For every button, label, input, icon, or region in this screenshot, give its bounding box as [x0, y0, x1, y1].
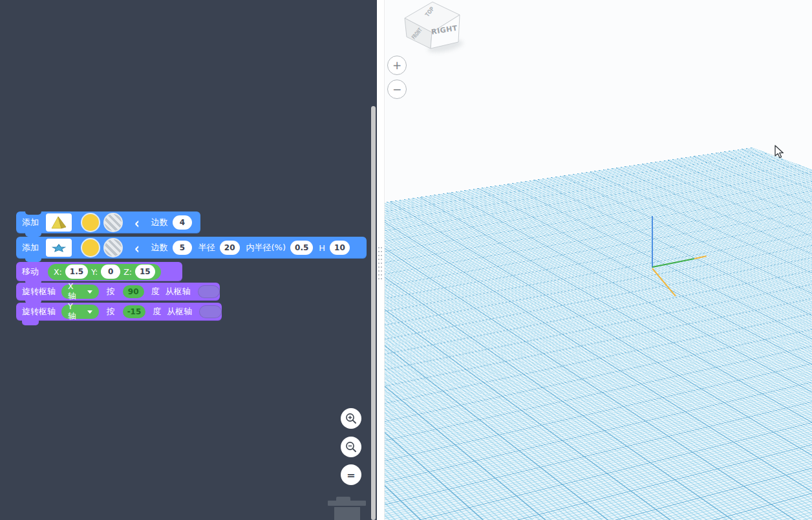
code-panel-scrollbar[interactable]	[371, 106, 376, 520]
shape-picker-button[interactable]	[46, 239, 72, 257]
block-add-star[interactable]: 添加 ‹ 边数 5 半径 20 内半径(%) 0.5 H 10	[16, 237, 367, 259]
axis-dropdown[interactable]: Y 轴	[61, 305, 99, 319]
trash-body	[334, 507, 360, 520]
block-label: 移动	[22, 266, 39, 277]
block-top-notch	[25, 211, 41, 215]
coord-label: Y:	[91, 267, 98, 277]
block-bottom-bump	[25, 233, 41, 237]
y-value-input[interactable]: 0	[101, 265, 120, 279]
shape-picker-button[interactable]	[46, 213, 72, 232]
block-bottom-bump	[22, 320, 39, 325]
trash-lid	[328, 501, 366, 506]
view-cube[interactable]: TOP FRONT RIGHT	[385, 0, 469, 58]
code-panel[interactable]: 添加 ‹ 边数 4 添加	[0, 0, 377, 520]
by-label: 按	[107, 306, 115, 318]
block-label: 旋转枢轴	[22, 306, 56, 318]
block-rotate-y[interactable]: 旋转枢轴 Y 轴 按 -15 度 从枢轴	[16, 303, 222, 321]
dropdown-arrow-icon	[87, 310, 92, 314]
z-value-input[interactable]: 15	[135, 265, 155, 279]
coord-label: X:	[54, 267, 62, 277]
inner-radius-value-input[interactable]: 0.5	[290, 241, 313, 255]
workplane-grid	[384, 147, 812, 520]
height-value-input[interactable]: 10	[330, 241, 350, 255]
magnifier-plus-icon	[345, 412, 358, 425]
pivot-label: 从枢轴	[167, 306, 192, 318]
app-window: 添加 ‹ 边数 4 添加	[0, 0, 812, 520]
by-label: 按	[107, 286, 115, 298]
mouse-cursor	[775, 145, 785, 159]
axis-dropdown[interactable]: X 轴	[61, 285, 99, 299]
pivot-label: 从枢轴	[166, 286, 191, 298]
panel-resize-handle[interactable]	[378, 246, 383, 279]
material-swatch-button[interactable]	[103, 213, 123, 232]
viewport-zoom-out-button[interactable]: −	[387, 80, 407, 99]
axis-dropdown-value: Y 轴	[68, 301, 83, 322]
block-label: 旋转枢轴	[22, 286, 56, 298]
collapse-chevron-icon[interactable]: ‹	[134, 240, 140, 255]
x-value-input[interactable]: 1.5	[65, 265, 88, 279]
viewport-zoom-in-button[interactable]: +	[387, 56, 407, 75]
sides-value-input[interactable]: 5	[173, 241, 192, 255]
degrees-label: 度	[151, 286, 160, 298]
color-swatch-button[interactable]	[81, 238, 100, 257]
param-label: 边数	[151, 217, 168, 228]
block-rotate-x[interactable]: 旋转枢轴 X 轴 按 90 度 从枢轴	[16, 283, 220, 301]
sides-value-input[interactable]: 4	[173, 215, 192, 230]
collapse-chevron-icon[interactable]: ‹	[134, 215, 140, 230]
degrees-label: 度	[153, 306, 161, 318]
block-bottom-bump	[25, 281, 41, 285]
block-add-pyramid[interactable]: 添加 ‹ 边数 4	[16, 211, 200, 233]
param-label: 半径	[198, 242, 215, 254]
degrees-value-input[interactable]: -15	[123, 305, 145, 318]
viewport-3d[interactable]: TOP FRONT RIGHT + −	[384, 0, 812, 520]
code-zoom-reset-button[interactable]: =	[341, 464, 361, 485]
block-label: 添加	[22, 242, 39, 254]
degrees-value-input[interactable]: 90	[123, 285, 144, 298]
material-swatch-button[interactable]	[103, 238, 123, 257]
star-shape-icon	[50, 241, 68, 255]
pivot-slot[interactable]	[199, 305, 222, 318]
param-label: 边数	[151, 242, 168, 254]
code-zoom-in-button[interactable]	[341, 408, 361, 429]
axis-dropdown-value: X 轴	[68, 281, 83, 302]
code-zoom-out-button[interactable]	[341, 437, 361, 457]
magnifier-minus-icon	[345, 440, 358, 453]
coord-label: Z:	[123, 267, 132, 277]
dropdown-arrow-icon	[87, 290, 92, 294]
color-swatch-button[interactable]	[81, 213, 100, 232]
xyz-coordinate-group: X: 1.5 Y: 0 Z: 15	[48, 264, 161, 280]
equals-icon: =	[347, 469, 355, 481]
block-label: 添加	[22, 217, 39, 228]
radius-value-input[interactable]: 20	[220, 241, 240, 255]
param-label: 内半径(%)	[246, 242, 286, 254]
param-label: H	[319, 243, 325, 253]
pivot-slot[interactable]	[198, 285, 220, 298]
z-axis-line	[652, 216, 653, 268]
block-bottom-bump	[25, 258, 41, 262]
minus-icon: −	[392, 83, 401, 96]
block-bottom-bump	[25, 300, 41, 304]
plus-icon: +	[392, 59, 401, 72]
block-move[interactable]: 移动 X: 1.5 Y: 0 Z: 15	[16, 262, 182, 281]
pyramid-shape-icon	[49, 215, 69, 230]
